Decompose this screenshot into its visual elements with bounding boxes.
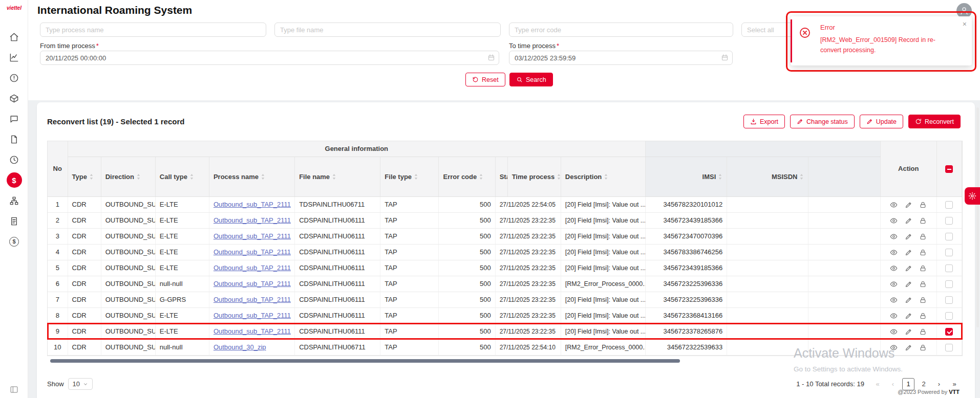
- row-checkbox[interactable]: [945, 312, 953, 320]
- edit-icon[interactable]: [905, 344, 912, 351]
- process-name-link[interactable]: Outbound_sub_TAP_2111: [214, 327, 291, 335]
- process-name-link[interactable]: Outbound_30_zip: [214, 343, 266, 351]
- process-name-link[interactable]: Outbound_sub_TAP_2111: [214, 232, 291, 240]
- edit-icon[interactable]: [905, 296, 912, 304]
- floating-widget-button[interactable]: [965, 187, 980, 205]
- view-icon[interactable]: [890, 296, 898, 304]
- edit-icon[interactable]: [905, 328, 912, 336]
- row-checkbox[interactable]: [945, 344, 953, 351]
- col-msisdn[interactable]: MSISDN: [727, 157, 808, 196]
- lock-icon[interactable]: [919, 217, 927, 225]
- to-time-input[interactable]: [509, 51, 733, 65]
- col-call-type[interactable]: Call type: [155, 157, 209, 196]
- view-icon[interactable]: [890, 233, 898, 240]
- col-imsi[interactable]: IMSI: [646, 157, 727, 196]
- process-name-link[interactable]: Outbound_sub_TAP_2111: [214, 264, 291, 272]
- edit-icon[interactable]: [905, 312, 912, 320]
- row-checkbox[interactable]: [945, 296, 953, 304]
- edit-icon[interactable]: [905, 249, 912, 256]
- change-status-button[interactable]: Change status: [790, 115, 855, 128]
- view-icon[interactable]: [890, 217, 898, 225]
- page-size-select[interactable]: 10: [68, 378, 93, 390]
- sidebar-item-documents[interactable]: [0, 129, 28, 149]
- first-page-icon[interactable]: «: [871, 378, 884, 390]
- sidebar-item-reports[interactable]: [0, 47, 28, 68]
- update-button[interactable]: Update: [860, 115, 903, 128]
- lock-icon[interactable]: [919, 280, 927, 288]
- file-name-input[interactable]: [274, 23, 501, 37]
- edit-icon[interactable]: [905, 233, 912, 240]
- process-name-link[interactable]: Outbound_sub_TAP_2111: [214, 201, 291, 208]
- view-icon[interactable]: [890, 280, 898, 288]
- sidebar-item-history[interactable]: [0, 149, 28, 170]
- calendar-icon[interactable]: [721, 54, 729, 61]
- vertical-scrollbar[interactable]: [976, 107, 979, 327]
- sidebar-item-finance[interactable]: $: [0, 231, 28, 252]
- col-error-code[interactable]: Error code: [439, 157, 495, 196]
- cell-msisdn: [727, 292, 808, 307]
- sidebar-item-roaming-fees[interactable]: $: [0, 170, 28, 190]
- process-name-link[interactable]: Outbound_sub_TAP_2111: [214, 296, 291, 303]
- col-description[interactable]: Description: [561, 157, 645, 196]
- reset-button[interactable]: Reset: [465, 73, 505, 86]
- edit-icon[interactable]: [905, 280, 912, 288]
- view-icon[interactable]: [890, 344, 898, 351]
- col-time-process[interactable]: Time process: [507, 157, 561, 196]
- from-time-input[interactable]: [40, 51, 499, 65]
- edit-icon[interactable]: [905, 201, 912, 209]
- row-checkbox[interactable]: [945, 264, 953, 272]
- process-name-link[interactable]: Outbound_sub_TAP_2111: [214, 216, 291, 224]
- col-status[interactable]: Status: [495, 157, 507, 196]
- lock-icon[interactable]: [919, 328, 927, 336]
- view-icon[interactable]: [890, 201, 898, 209]
- lock-icon[interactable]: [919, 201, 927, 209]
- col-file-name[interactable]: File name: [295, 157, 380, 196]
- lock-icon[interactable]: [919, 296, 927, 304]
- lock-icon[interactable]: [919, 249, 927, 256]
- select-all-checkbox[interactable]: [945, 165, 953, 173]
- process-name-input[interactable]: [40, 23, 266, 37]
- sidebar-item-products[interactable]: [0, 88, 28, 108]
- sidebar-item-home[interactable]: [0, 27, 28, 47]
- scrollbar-thumb[interactable]: [50, 359, 680, 363]
- process-name-link[interactable]: Outbound_sub_TAP_2111: [214, 312, 291, 319]
- search-button[interactable]: Search: [509, 73, 553, 86]
- view-icon[interactable]: [890, 312, 898, 320]
- page-button-1[interactable]: 1: [902, 378, 914, 390]
- reconvert-button[interactable]: Reconvert: [908, 115, 961, 128]
- prev-page-icon[interactable]: ‹: [887, 378, 899, 390]
- col-type[interactable]: Type: [68, 157, 101, 196]
- calendar-icon[interactable]: [487, 54, 495, 61]
- process-name-link[interactable]: Outbound_sub_TAP_2111: [214, 248, 291, 256]
- row-checkbox[interactable]: [945, 201, 953, 209]
- edit-icon[interactable]: [905, 217, 912, 225]
- view-icon[interactable]: [890, 264, 898, 272]
- col-file-type[interactable]: File type: [380, 157, 439, 196]
- sidebar-item-statements[interactable]: [0, 211, 28, 231]
- col-process-name[interactable]: Process name: [209, 157, 294, 196]
- row-checkbox[interactable]: [945, 328, 953, 336]
- page-button-2[interactable]: 2: [918, 378, 930, 390]
- row-checkbox[interactable]: [945, 217, 953, 225]
- view-icon[interactable]: [890, 328, 898, 336]
- process-name-link[interactable]: Outbound_sub_TAP_2111: [214, 280, 291, 288]
- error-code-input[interactable]: [509, 23, 733, 37]
- row-checkbox[interactable]: [945, 233, 953, 240]
- lock-icon[interactable]: [919, 312, 927, 320]
- lock-icon[interactable]: [919, 233, 927, 240]
- sidebar-item-alerts[interactable]: [0, 68, 28, 88]
- close-icon[interactable]: ×: [963, 20, 967, 28]
- sidebar-collapse-button[interactable]: [0, 385, 28, 394]
- sidebar-item-messages[interactable]: [0, 108, 28, 129]
- lock-icon[interactable]: [919, 344, 927, 351]
- next-page-icon[interactable]: ›: [933, 378, 945, 390]
- col-direction[interactable]: Direction: [101, 157, 155, 196]
- row-checkbox[interactable]: [945, 249, 953, 256]
- sidebar-item-network[interactable]: [0, 190, 28, 211]
- lock-icon[interactable]: [919, 264, 927, 272]
- export-button[interactable]: Export: [743, 115, 785, 128]
- row-checkbox[interactable]: [945, 280, 953, 288]
- view-icon[interactable]: [890, 249, 898, 256]
- last-page-icon[interactable]: »: [948, 378, 961, 390]
- edit-icon[interactable]: [905, 264, 912, 272]
